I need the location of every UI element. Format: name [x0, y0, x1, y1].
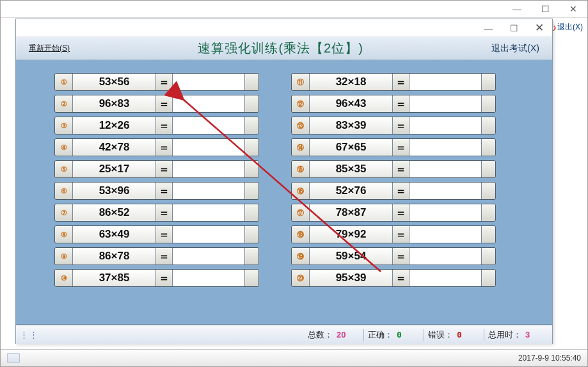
- answer-input[interactable]: [409, 95, 481, 112]
- row-end: [481, 248, 495, 265]
- circled-number: ⑨: [61, 252, 67, 261]
- outer-maximize-button[interactable]: ☐: [531, 1, 559, 18]
- problem-expression: 42×78: [73, 139, 156, 156]
- problem-row: ⑳95×39＝: [291, 269, 496, 287]
- circled-number: ⑲: [297, 252, 304, 261]
- answer-input[interactable]: [409, 161, 481, 177]
- equals-sign: ＝: [156, 161, 173, 177]
- equals-sign: ＝: [156, 270, 173, 286]
- problem-number: ⑤: [55, 161, 73, 177]
- answer-input[interactable]: [173, 139, 244, 156]
- answer-input[interactable]: [409, 139, 481, 156]
- answer-input[interactable]: [409, 226, 481, 243]
- row-end: [244, 117, 258, 134]
- problem-row: ④42×78＝: [54, 138, 259, 156]
- equals-sign: ＝: [393, 248, 409, 265]
- answer-input[interactable]: [409, 117, 481, 134]
- problem-expression: 78×87: [310, 204, 393, 221]
- answer-cell: [173, 270, 244, 286]
- grip-icon: ⋮⋮: [20, 330, 39, 339]
- inner-minimize-button[interactable]: —: [475, 19, 501, 37]
- problem-number: ⑩: [55, 270, 73, 286]
- row-end: [481, 204, 495, 221]
- exit-exam-button[interactable]: 退出考试(X): [491, 43, 539, 54]
- answer-cell: [409, 95, 481, 112]
- answer-input[interactable]: [173, 248, 244, 265]
- answer-cell: [173, 226, 244, 243]
- answer-input[interactable]: [409, 183, 481, 199]
- circled-number: ⑯: [297, 186, 304, 196]
- answer-input[interactable]: [409, 248, 481, 265]
- outer-titlebar: — ☐ ✕: [1, 1, 587, 18]
- answer-input[interactable]: [173, 161, 244, 177]
- equals-sign: ＝: [393, 74, 409, 90]
- problem-number: ⑧: [55, 226, 73, 243]
- row-end: [481, 139, 495, 156]
- equals-sign: ＝: [156, 117, 173, 134]
- problem-row: ⑮85×35＝: [291, 160, 496, 178]
- equals-sign: ＝: [156, 95, 173, 112]
- row-end: [244, 74, 258, 90]
- outer-close-button[interactable]: ✕: [559, 1, 587, 18]
- answer-cell: [173, 117, 244, 134]
- equals-sign: ＝: [393, 95, 409, 112]
- outer-minimize-button[interactable]: —: [503, 1, 531, 18]
- problem-expression: 85×35: [310, 161, 393, 177]
- answer-input[interactable]: [173, 95, 244, 112]
- taskbar-icon[interactable]: [7, 353, 20, 363]
- problem-row: ⑲59×54＝: [291, 247, 496, 265]
- problem-row: ⑱79×92＝: [291, 225, 496, 243]
- inner-close-button[interactable]: ✕: [527, 19, 552, 37]
- outer-window: — ☐ ✕ ⏻ 退出(X) — ☐ ✕ 重新开始(S) 速算强化训练(乘法【2位…: [0, 0, 588, 367]
- answer-cell: [409, 226, 481, 243]
- total-label: 总数：: [308, 329, 333, 341]
- row-end: [244, 204, 258, 221]
- problem-expression: 53×56: [73, 74, 156, 90]
- problem-number: ⑦: [55, 204, 73, 221]
- equals-sign: ＝: [393, 183, 409, 199]
- row-end: [244, 248, 258, 265]
- problem-number: ⑥: [55, 183, 73, 199]
- answer-input[interactable]: [173, 74, 244, 90]
- correct-label: 正确：: [368, 329, 393, 341]
- answer-cell: [173, 161, 244, 177]
- problem-row: ②96×83＝: [54, 95, 259, 113]
- problem-number: ⑳: [292, 270, 310, 286]
- answer-input[interactable]: [409, 74, 481, 90]
- circled-number: ⑫: [297, 99, 304, 109]
- problem-expression: 25×17: [73, 161, 156, 177]
- answer-input[interactable]: [173, 226, 244, 243]
- equals-sign: ＝: [156, 183, 173, 199]
- restart-button[interactable]: 重新开始(S): [29, 43, 70, 54]
- problem-row: ①53×56＝: [54, 73, 259, 91]
- problem-row: ⑩37×85＝: [54, 269, 259, 287]
- row-end: [481, 183, 495, 199]
- equals-sign: ＝: [156, 248, 173, 265]
- answer-input[interactable]: [173, 204, 244, 221]
- inner-titlebar: — ☐ ✕: [16, 19, 552, 37]
- work-area: ①53×56＝②96×83＝③12×26＝④42×78＝⑤25×17＝⑥53×9…: [16, 60, 552, 325]
- circled-number: ⑤: [61, 165, 67, 174]
- problem-expression: 83×39: [310, 117, 393, 134]
- problem-row: ⑦86×52＝: [54, 204, 259, 222]
- row-end: [244, 183, 258, 199]
- answer-input[interactable]: [409, 270, 481, 286]
- answer-input[interactable]: [173, 270, 244, 286]
- circled-number: ⑥: [61, 187, 67, 195]
- problem-row: ⑥53×96＝: [54, 182, 259, 200]
- answer-cell: [409, 248, 481, 265]
- inner-maximize-button[interactable]: ☐: [501, 19, 527, 37]
- problem-column-right: ⑪32×18＝⑫96×43＝⑬83×39＝⑭67×65＝⑮85×35＝⑯52×7…: [291, 73, 496, 287]
- equals-sign: ＝: [156, 204, 173, 221]
- answer-cell: [409, 139, 481, 156]
- exit-app-link[interactable]: ⏻ 退出(X): [549, 22, 583, 33]
- problem-number: ⑪: [292, 74, 310, 90]
- problem-row: ⑯52×76＝: [291, 182, 496, 200]
- answer-input[interactable]: [409, 204, 481, 221]
- problem-number: ⑲: [292, 248, 310, 265]
- inner-window: — ☐ ✕ 重新开始(S) 速算强化训练(乘法【2位】) 退出考试(X) ①53…: [15, 19, 553, 344]
- answer-input[interactable]: [173, 117, 244, 134]
- row-end: [481, 270, 495, 286]
- answer-input[interactable]: [173, 183, 244, 199]
- answer-cell: [409, 117, 481, 134]
